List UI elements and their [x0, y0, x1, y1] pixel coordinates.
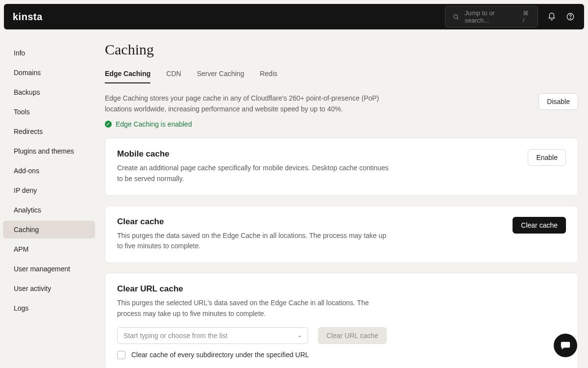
- tab-edge-caching[interactable]: Edge Caching: [105, 70, 150, 83]
- caching-tabs: Edge CachingCDNServer CachingRedis: [105, 70, 578, 83]
- sidebar-item-apm[interactable]: APM: [3, 240, 95, 258]
- clear-url-cache-desc: This purges the selected URL's data save…: [117, 298, 392, 319]
- clear-cache-card: Clear cache This purges the data saved o…: [105, 206, 578, 263]
- sidebar-item-add-ons[interactable]: Add-ons: [3, 162, 95, 180]
- clear-subdirectories-checkbox[interactable]: [117, 351, 125, 359]
- tab-server-caching[interactable]: Server Caching: [197, 70, 245, 83]
- logo: kinsta: [13, 11, 43, 23]
- chat-icon: [560, 340, 571, 351]
- main-content: Caching Edge CachingCDNServer CachingRed…: [98, 29, 583, 368]
- sidebar-item-backups[interactable]: Backups: [3, 83, 95, 101]
- status-text: Edge Caching is enabled: [116, 120, 192, 128]
- search-shortcut: ⌘ /: [523, 10, 532, 24]
- mobile-cache-desc: Create an additional page cache specific…: [117, 163, 392, 184]
- url-combobox-placeholder: Start typing or choose from the list: [123, 332, 227, 340]
- sidebar-item-domains[interactable]: Domains: [3, 64, 95, 81]
- clear-cache-button[interactable]: Clear cache: [513, 217, 566, 234]
- help-icon[interactable]: [565, 12, 575, 22]
- mobile-cache-title: Mobile cache: [117, 149, 392, 159]
- clear-cache-desc: This purges the data saved on the Edge C…: [117, 231, 392, 252]
- chevron-down-icon: ⌄: [297, 332, 302, 339]
- sidebar-item-user-activity[interactable]: User activity: [3, 280, 95, 297]
- clear-url-cache-title: Clear URL cache: [117, 284, 566, 294]
- enable-mobile-cache-button[interactable]: Enable: [528, 149, 566, 166]
- sidebar-item-info[interactable]: Info: [3, 44, 95, 62]
- chat-fab[interactable]: [554, 334, 577, 357]
- svg-point-0: [454, 15, 458, 19]
- sidebar-item-caching[interactable]: Caching: [3, 221, 95, 238]
- global-search[interactable]: Jump to or search... ⌘ /: [445, 6, 538, 27]
- sidebar-item-redirects[interactable]: Redirects: [3, 123, 95, 140]
- sidebar-item-plugins-and-themes[interactable]: Plugins and themes: [3, 142, 95, 160]
- bell-icon[interactable]: [547, 12, 557, 22]
- sidebar-item-ip-deny[interactable]: IP deny: [3, 182, 95, 199]
- disable-edge-caching-button[interactable]: Disable: [539, 93, 578, 110]
- sidebar-item-analytics[interactable]: Analytics: [3, 201, 95, 219]
- check-icon: ✓: [105, 121, 112, 128]
- header-actions: Jump to or search... ⌘ /: [445, 6, 575, 27]
- url-combobox[interactable]: Start typing or choose from the list ⌄: [117, 327, 308, 344]
- edge-caching-status: ✓ Edge Caching is enabled: [105, 120, 379, 128]
- edge-caching-intro: Edge Caching stores your page cache in a…: [105, 93, 379, 114]
- top-header: kinsta Jump to or search... ⌘ /: [4, 4, 584, 29]
- page-title: Caching: [105, 41, 578, 58]
- clear-url-cache-card: Clear URL cache This purges the selected…: [105, 273, 578, 368]
- search-icon: [451, 12, 461, 22]
- sidebar-item-user-management[interactable]: User management: [3, 260, 95, 278]
- sidebar-item-tools[interactable]: Tools: [3, 103, 95, 121]
- clear-subdirectories-label: Clear cache of every subdirectory under …: [131, 351, 309, 359]
- svg-point-3: [570, 18, 570, 19]
- tab-cdn[interactable]: CDN: [166, 70, 181, 83]
- mobile-cache-card: Mobile cache Create an additional page c…: [105, 138, 578, 195]
- clear-cache-title: Clear cache: [117, 217, 392, 227]
- tab-redis[interactable]: Redis: [260, 70, 277, 83]
- sidebar: InfoDomainsBackupsToolsRedirectsPlugins …: [0, 29, 98, 368]
- sidebar-item-logs[interactable]: Logs: [3, 299, 95, 317]
- svg-line-1: [457, 18, 458, 19]
- search-placeholder: Jump to or search...: [465, 9, 519, 24]
- clear-url-cache-button[interactable]: Clear URL cache: [318, 327, 387, 344]
